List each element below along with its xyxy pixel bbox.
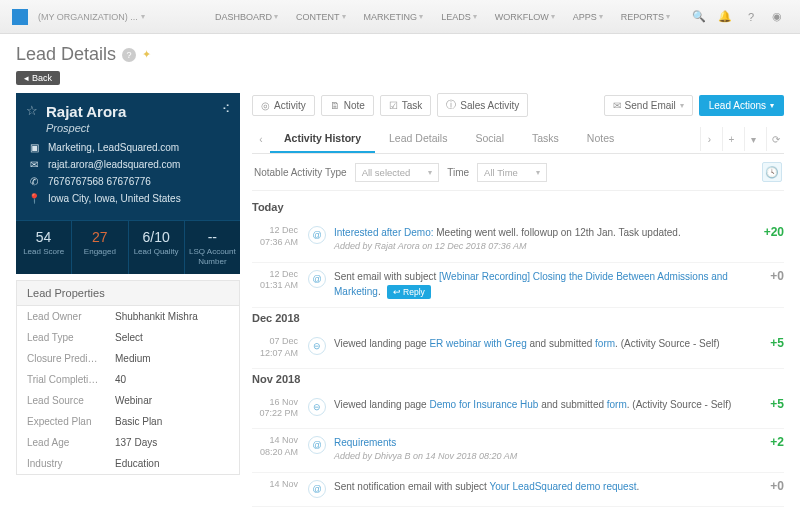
nav-content[interactable]: CONTENT▾ xyxy=(288,8,354,26)
note-button[interactable]: 🗎Note xyxy=(321,95,374,116)
filter-time-label: Time xyxy=(447,167,469,178)
lead-name: Rajat Arora xyxy=(46,103,228,120)
activity-type-icon: @ xyxy=(308,436,326,454)
score-change: +0 xyxy=(744,479,784,498)
email-icon: ✉ xyxy=(28,159,40,170)
favorite-star-icon[interactable]: ☆ xyxy=(26,103,38,118)
timeline-icon[interactable]: 🕓 xyxy=(762,162,782,182)
briefcase-icon: ▣ xyxy=(28,142,40,153)
page-title: Lead Details xyxy=(16,44,116,65)
property-row: Trial Completi…40 xyxy=(17,369,239,390)
stat-engaged[interactable]: 27Engaged xyxy=(72,221,128,274)
nav-leads[interactable]: LEADS▾ xyxy=(433,8,485,26)
score-change: +5 xyxy=(744,336,784,359)
feed-group-header: Nov 2018 xyxy=(252,369,784,391)
top-bar: (MY ORGANIZATION) ...▾ DASHBOARD▾CONTENT… xyxy=(0,0,800,34)
activity-type-icon: @ xyxy=(308,226,326,244)
lead-stats: 54Lead Score27Engaged6/10Lead Quality--L… xyxy=(16,220,240,274)
score-change: +2 xyxy=(744,435,784,464)
task-icon: ☑ xyxy=(389,100,398,111)
app-logo xyxy=(12,9,28,25)
feed-item: 14 Nov08:20 AM@RequirementsAdded by Dhiv… xyxy=(252,429,784,473)
feed-group-header: Today xyxy=(252,197,784,219)
send-email-button[interactable]: ✉Send Email▾ xyxy=(604,95,693,116)
add-tab-icon[interactable]: + xyxy=(722,127,740,151)
bell-icon[interactable]: 🔔 xyxy=(714,6,736,28)
lead-company: Marketing, LeadSquared.com xyxy=(48,142,179,153)
main-nav: DASHBOARD▾CONTENT▾MARKETING▾LEADS▾WORKFL… xyxy=(207,8,678,26)
property-row: Lead SourceWebinar xyxy=(17,390,239,411)
activity-icon: ◎ xyxy=(261,100,270,111)
tab-notes[interactable]: Notes xyxy=(573,125,628,153)
score-change: +20 xyxy=(744,225,784,254)
feed-item: 12 Dec07:36 AM@Interested after Demo: Me… xyxy=(252,219,784,263)
activity-button[interactable]: ◎Activity xyxy=(252,95,315,116)
lead-email: rajat.arora@leadsquared.com xyxy=(48,159,180,170)
user-icon[interactable]: ◉ xyxy=(766,6,788,28)
score-change: +5 xyxy=(744,397,784,420)
property-row: Lead Age137 Days xyxy=(17,432,239,453)
tabs-prev[interactable]: ‹ xyxy=(252,127,270,151)
stat-lsq-account-number[interactable]: --LSQ Account Number xyxy=(185,221,240,274)
mail-icon: ✉ xyxy=(613,100,621,111)
lead-properties: Lead Properties Lead OwnerShubhankit Mis… xyxy=(16,280,240,475)
more-tabs-icon[interactable]: ▾ xyxy=(744,127,762,151)
location-icon: 📍 xyxy=(28,193,40,204)
phone-icon: ✆ xyxy=(28,176,40,187)
feed-item: 14 Nov@Sent notification email with subj… xyxy=(252,473,784,507)
star-icon[interactable]: ✦ xyxy=(142,48,151,61)
tabs-next[interactable]: › xyxy=(700,127,718,151)
activity-type-icon: @ xyxy=(308,270,326,288)
property-row: Expected PlanBasic Plan xyxy=(17,411,239,432)
filter-type-select[interactable]: All selected▾ xyxy=(355,163,440,182)
filter-time-select[interactable]: All Time▾ xyxy=(477,163,547,182)
tab-social[interactable]: Social xyxy=(461,125,518,153)
tab-tasks[interactable]: Tasks xyxy=(518,125,573,153)
tab-lead-details[interactable]: Lead Details xyxy=(375,125,461,153)
stat-lead-quality[interactable]: 6/10Lead Quality xyxy=(129,221,185,274)
title-help-icon[interactable]: ? xyxy=(122,48,136,62)
nav-apps[interactable]: APPS▾ xyxy=(565,8,611,26)
task-button[interactable]: ☑Task xyxy=(380,95,432,116)
stat-lead-score[interactable]: 54Lead Score xyxy=(16,221,72,274)
activity-feed: Today12 Dec07:36 AM@Interested after Dem… xyxy=(252,191,784,507)
lead-actions-button[interactable]: Lead Actions▾ xyxy=(699,95,784,116)
properties-heading: Lead Properties xyxy=(17,281,239,306)
activity-type-icon: ⊖ xyxy=(308,398,326,416)
lead-phone: 7676767568 67676776 xyxy=(48,176,151,187)
feed-group-header: Dec 2018 xyxy=(252,308,784,330)
property-row: Lead OwnerShubhankit Mishra xyxy=(17,306,239,327)
nav-workflow[interactable]: WORKFLOW▾ xyxy=(487,8,563,26)
search-icon[interactable]: 🔍 xyxy=(688,6,710,28)
property-row: Closure Predi…Medium xyxy=(17,348,239,369)
property-row: IndustryEducation xyxy=(17,453,239,474)
nav-reports[interactable]: REPORTS▾ xyxy=(613,8,678,26)
activity-type-icon: ⊖ xyxy=(308,337,326,355)
help-icon[interactable]: ? xyxy=(740,6,762,28)
lead-location: Iowa City, Iowa, United States xyxy=(48,193,181,204)
property-row: Lead TypeSelect xyxy=(17,327,239,348)
sales-activity-button[interactable]: ⓘSales Activity xyxy=(437,93,528,117)
feed-item: 16 Nov07:22 PM⊖Viewed landing page Demo … xyxy=(252,391,784,429)
share-icon[interactable]: ⠪ xyxy=(222,103,230,116)
org-switcher[interactable]: (MY ORGANIZATION) ...▾ xyxy=(38,12,145,22)
note-icon: 🗎 xyxy=(330,100,340,111)
tabs: ‹ Activity HistoryLead DetailsSocialTask… xyxy=(252,125,784,154)
back-button[interactable]: ◂ Back xyxy=(16,71,60,85)
feed-item: 07 Dec12:07 AM⊖Viewed landing page ER we… xyxy=(252,330,784,368)
filter-type-label: Notable Activity Type xyxy=(254,167,347,178)
activity-type-icon: @ xyxy=(308,480,326,498)
nav-dashboard[interactable]: DASHBOARD▾ xyxy=(207,8,286,26)
lead-stage: Prospect xyxy=(46,122,228,134)
tab-activity-history[interactable]: Activity History xyxy=(270,125,375,153)
feed-item: 12 Dec01:31 AM@Sent email with subject [… xyxy=(252,263,784,309)
score-change: +0 xyxy=(744,269,784,300)
nav-marketing[interactable]: MARKETING▾ xyxy=(356,8,432,26)
refresh-icon[interactable]: ⟳ xyxy=(766,127,784,151)
reply-button[interactable]: ↩ Reply xyxy=(387,285,431,300)
sales-icon: ⓘ xyxy=(446,98,456,112)
lead-card: ☆ ⠪ Rajat Arora Prospect ▣Marketing, Lea… xyxy=(16,93,240,220)
